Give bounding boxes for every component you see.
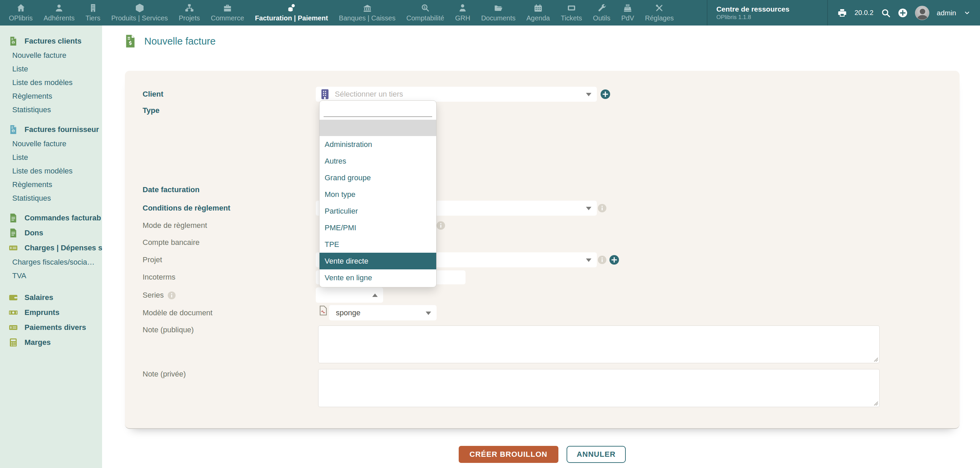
nav-item-adherents[interactable]: Adhérents [38, 0, 80, 25]
sidebar-item-tva[interactable]: TVA [0, 269, 102, 282]
money-bill-icon [9, 308, 18, 317]
client-select[interactable]: Sélectionner un tiers [316, 87, 597, 102]
sidebar-item-reglements[interactable]: Règlements [0, 89, 102, 103]
modele-document-label: Modèle de document [143, 308, 212, 317]
nav-item-agenda[interactable]: Agenda [521, 0, 555, 25]
add-projet-button[interactable] [609, 255, 619, 265]
nav-item-produits-services[interactable]: Produits | Services [106, 0, 173, 25]
building-icon [89, 3, 98, 13]
nav-item-projets[interactable]: Projets [173, 0, 205, 25]
modele-document-select[interactable]: sponge [329, 305, 437, 320]
invoice-form-card: Client Type Date facturation Conditions … [125, 71, 959, 429]
add-client-button[interactable] [601, 89, 610, 99]
topbar-spacer [679, 0, 707, 25]
sidebar-item-statistiques[interactable]: Statistiques [0, 192, 102, 205]
nav-label: Banques | Caisses [339, 14, 395, 22]
sidebar-item-label: Règlements [12, 180, 52, 189]
dropdown-search-input[interactable] [324, 104, 432, 117]
info-icon[interactable] [598, 256, 606, 264]
sidebar-item-liste[interactable]: Liste [0, 62, 102, 76]
chevron-down-icon[interactable] [964, 10, 970, 16]
dropdown-option[interactable]: PME/PMI [320, 219, 436, 236]
dropdown-option[interactable]: Vente en ligne [320, 270, 436, 286]
nav-item-commerce[interactable]: Commerce [205, 0, 250, 25]
sidebar-section-salaires[interactable]: Salaires [0, 290, 102, 305]
add-icon[interactable] [898, 8, 907, 18]
sidebar-section-paiements-divers[interactable]: Paiements divers [0, 320, 102, 335]
username-label: admin [937, 9, 956, 17]
sidebar-section-charges-depenses[interactable]: Charges | Dépenses s [0, 240, 102, 255]
page-header: Nouvelle facture [124, 34, 216, 48]
nav-label: PdV [621, 14, 634, 22]
nav-item-reglages[interactable]: Réglages [640, 0, 679, 25]
nav-item-comptabilite[interactable]: Comptabilité [401, 0, 450, 25]
dropdown-option[interactable]: Autres [320, 153, 436, 170]
dropdown-option[interactable]: Mon type [320, 186, 436, 203]
dropdown-option[interactable]: Administration [320, 136, 436, 153]
cube-icon [135, 3, 144, 13]
calculator-icon [9, 338, 18, 347]
sidebar-item-reglements[interactable]: Règlements [0, 178, 102, 192]
sidebar-item-nouvelle-facture[interactable]: Nouvelle facture [0, 137, 102, 151]
note-privee-textarea[interactable] [318, 369, 880, 407]
info-icon[interactable] [598, 204, 606, 213]
resize-grip-icon[interactable] [873, 357, 878, 362]
sidebar-section-emprunts[interactable]: Emprunts [0, 305, 102, 320]
incoterms-label: Incoterms [143, 273, 176, 282]
printer-icon[interactable] [837, 8, 847, 18]
sidebar-item-statistiques[interactable]: Statistiques [0, 103, 102, 117]
sidebar-item-label: Liste des modèles [12, 78, 73, 87]
dropdown-options: Administration Autres Grand groupe Mon t… [320, 120, 436, 286]
nav-label: Adhérents [43, 14, 75, 22]
sidebar-item-nouvelle-facture[interactable]: Nouvelle facture [0, 49, 102, 62]
nav-item-facturation-paiement[interactable]: Facturation | Paiement [250, 0, 334, 25]
note-publique-textarea[interactable] [318, 325, 880, 363]
dropdown-option[interactable]: Grand groupe [320, 170, 436, 186]
nav-item-outils[interactable]: Outils [588, 0, 616, 25]
resource-center[interactable]: Centre de ressources OPlibris 1.1.8 [708, 0, 827, 25]
series-select[interactable] [316, 287, 383, 303]
sidebar-section-factures-clients[interactable]: Factures clients [0, 34, 102, 49]
sidebar-section-label: Dons [24, 228, 43, 237]
nav-label: Tiers [86, 14, 100, 22]
nav-item-tiers[interactable]: Tiers [80, 0, 106, 25]
topbar-actions: 20.0.2 admin [828, 0, 980, 25]
note-publique-label: Note (publique) [143, 325, 194, 334]
compte-bancaire-label: Compte bancaire [143, 238, 200, 247]
resize-grip-icon[interactable] [873, 400, 878, 406]
dropdown-option-empty[interactable] [320, 120, 436, 136]
create-draft-button[interactable]: CRÉER BROUILLON [459, 446, 558, 463]
left-sidebar: Factures clients Nouvelle facture Liste … [0, 25, 102, 468]
nav-item-oplibris[interactable]: OPlibris [3, 0, 38, 25]
info-icon[interactable] [437, 221, 445, 230]
sidebar-item-liste-des-modeles[interactable]: Liste des modèles [0, 76, 102, 89]
client-select-placeholder: Sélectionner un tiers [335, 90, 403, 98]
dropdown-option[interactable]: Particulier [320, 203, 436, 219]
dropdown-option-highlighted[interactable]: Vente directe [320, 253, 436, 270]
sidebar-item-label: Nouvelle facture [12, 51, 66, 60]
sidebar-item-liste[interactable]: Liste [0, 151, 102, 164]
sidebar-item-charges-fiscales[interactable]: Charges fiscales/socia… [0, 255, 102, 269]
info-icon[interactable] [168, 292, 176, 299]
search-icon[interactable] [881, 8, 891, 18]
sidebar-item-label: Liste des modèles [12, 167, 73, 176]
nav-item-grh[interactable]: GRH [450, 0, 476, 25]
sidebar-section-dons[interactable]: Dons [0, 225, 102, 240]
dropdown-option[interactable]: TPE [320, 236, 436, 253]
sidebar-item-label: Liste [12, 65, 28, 73]
sidebar-section-label: Paiements divers [24, 323, 86, 332]
sidebar-section-label: Charges | Dépenses s [24, 244, 102, 252]
invoice-icon [9, 125, 18, 134]
user-avatar[interactable] [915, 6, 929, 20]
nav-item-banques-caisses[interactable]: Banques | Caisses [334, 0, 401, 25]
nav-item-documents[interactable]: Documents [476, 0, 521, 25]
main-nav: OPlibris Adhérents Tiers Produits | Serv… [0, 0, 679, 25]
cancel-button[interactable]: ANNULER [566, 446, 626, 463]
sidebar-item-liste-des-modeles[interactable]: Liste des modèles [0, 164, 102, 178]
nav-item-tickets[interactable]: Tickets [555, 0, 588, 25]
nav-item-pdv[interactable]: PdV [616, 0, 640, 25]
sidebar-section-commandes-facturables[interactable]: Commandes facturab [0, 211, 102, 225]
sidebar-section-factures-fournisseur[interactable]: Factures fournisseur [0, 122, 102, 137]
sidebar-section-marges[interactable]: Marges [0, 335, 102, 350]
top-navigation-bar: OPlibris Adhérents Tiers Produits | Serv… [0, 0, 980, 25]
